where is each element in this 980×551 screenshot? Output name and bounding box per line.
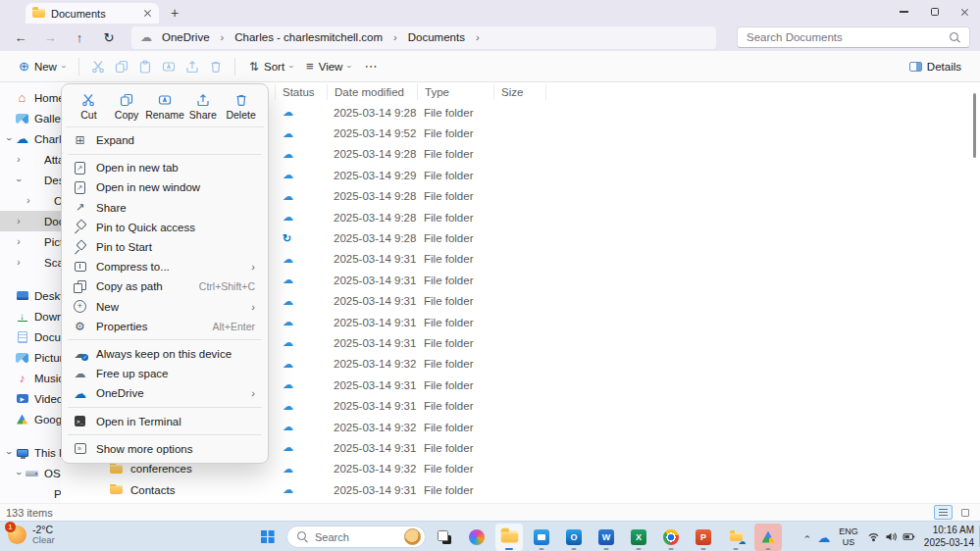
sidebar-item[interactable]: PerfLogs xyxy=(0,483,61,503)
sidebar-item[interactable]: This PC xyxy=(0,442,61,463)
sidebar-item[interactable]: Pictures xyxy=(0,347,61,368)
large-icons-view-toggle[interactable] xyxy=(955,505,974,520)
google-drive-button[interactable] xyxy=(754,524,782,551)
sidebar-item[interactable]: Ope xyxy=(0,190,61,211)
powerpoint-button[interactable]: P xyxy=(690,524,717,551)
column-header-status[interactable]: Status xyxy=(275,84,327,100)
start-button[interactable] xyxy=(254,524,282,551)
copilot-button[interactable] xyxy=(463,524,490,551)
file-name-cell[interactable]: conferences xyxy=(61,463,275,475)
chevron-icon[interactable] xyxy=(24,196,33,206)
cut-button[interactable] xyxy=(86,55,110,78)
breadcrumb-item[interactable]: Charles - charlesmitchell.com xyxy=(232,31,406,43)
up-button[interactable] xyxy=(67,26,92,48)
view-button[interactable]: View xyxy=(299,55,357,77)
breadcrumb[interactable]: OneDrive Charles - charlesmitchell.com D… xyxy=(131,26,716,49)
copy-quick-action[interactable]: Copy xyxy=(108,91,146,123)
share-quick-action[interactable]: Share xyxy=(184,91,223,123)
breadcrumb-label[interactable]: Charles - charlesmitchell.com xyxy=(232,31,385,43)
quick-settings[interactable] xyxy=(867,531,915,542)
menu-item[interactable]: Copy as path Ctrl+Shift+C xyxy=(66,276,264,296)
menu-item[interactable] xyxy=(66,150,264,158)
paste-button[interactable] xyxy=(133,55,157,78)
sidebar-item[interactable]: OS (C:) xyxy=(0,463,61,483)
menu-item[interactable]: OneDrive xyxy=(66,383,264,403)
language-indicator[interactable]: ENG US xyxy=(839,526,858,548)
close-button[interactable] xyxy=(950,0,980,24)
hidden-icons-chevron[interactable] xyxy=(801,535,812,538)
tab-close-icon[interactable] xyxy=(143,9,152,18)
excel-button[interactable]: X xyxy=(625,524,652,551)
onedrive-folder-button[interactable] xyxy=(722,524,749,551)
menu-item[interactable]: Expand xyxy=(66,130,264,150)
rename-button[interactable] xyxy=(157,55,181,78)
menu-item[interactable] xyxy=(66,431,264,439)
chrome-button[interactable] xyxy=(657,524,685,551)
copy-button[interactable] xyxy=(110,55,133,78)
microsoft-store-button[interactable] xyxy=(528,524,555,551)
menu-item[interactable]: Open in new window xyxy=(66,177,264,197)
menu-item[interactable] xyxy=(66,403,264,411)
menu-item[interactable] xyxy=(66,336,264,344)
sidebar-item[interactable]: Deskt xyxy=(0,170,61,190)
breadcrumb-item[interactable]: Documents xyxy=(406,31,489,43)
menu-item[interactable]: Always keep on this device xyxy=(66,344,264,364)
menu-item[interactable]: Free up space xyxy=(66,364,264,383)
chevron-icon[interactable] xyxy=(14,155,24,165)
menu-item[interactable]: Share xyxy=(66,198,264,218)
sidebar-item[interactable]: Google xyxy=(0,409,61,429)
task-view-button[interactable] xyxy=(431,524,458,551)
column-header-size[interactable]: Size xyxy=(493,84,545,100)
onedrive-tray-icon[interactable] xyxy=(817,528,830,546)
cut-quick-action[interactable]: Cut xyxy=(70,91,108,123)
chevron-icon[interactable] xyxy=(14,175,24,185)
column-header-type[interactable]: Type xyxy=(417,84,493,100)
chevron-icon[interactable] xyxy=(14,469,24,478)
new-tab-button[interactable] xyxy=(167,5,182,21)
menu-item[interactable]: Pin to Quick access xyxy=(66,218,264,237)
sidebar-item[interactable]: Attach xyxy=(0,149,61,170)
tab-documents[interactable]: Documents xyxy=(26,3,159,24)
menu-item[interactable]: Compress to... xyxy=(66,257,264,276)
new-button[interactable]: New xyxy=(12,55,72,77)
sidebar-item[interactable] xyxy=(0,273,61,285)
outlook-button[interactable]: O xyxy=(560,524,588,551)
breadcrumb-label[interactable]: OneDrive xyxy=(160,31,212,43)
sidebar-item[interactable]: Music xyxy=(0,368,61,388)
breadcrumb-item[interactable]: OneDrive xyxy=(160,31,232,43)
breadcrumb-label[interactable]: Documents xyxy=(406,31,467,43)
menu-item[interactable]: Properties Alt+Enter xyxy=(66,317,264,336)
sidebar-item[interactable]: Downlo xyxy=(0,306,61,326)
chevron-icon[interactable] xyxy=(14,237,24,247)
taskbar-search[interactable]: Search xyxy=(286,526,426,548)
sidebar-item[interactable]: Pictur xyxy=(0,231,61,252)
sort-button[interactable]: Sort xyxy=(242,56,299,77)
file-explorer-button[interactable] xyxy=(495,524,523,551)
forward-button[interactable] xyxy=(37,26,63,48)
menu-item[interactable]: New xyxy=(66,297,264,317)
sidebar-item[interactable]: Docum xyxy=(0,326,61,347)
sidebar-item[interactable]: Scans xyxy=(0,252,61,273)
weather-widget[interactable]: 1 -2°C Clear xyxy=(8,524,55,546)
back-button[interactable] xyxy=(8,26,33,48)
sidebar-item[interactable]: Charles xyxy=(0,128,61,149)
rename-quick-action[interactable]: Rename xyxy=(146,91,184,123)
word-button[interactable]: W xyxy=(593,524,620,551)
sidebar-item[interactable]: Desktop xyxy=(0,285,61,306)
menu-item[interactable]: Pin to Start xyxy=(66,237,264,257)
chevron-icon[interactable] xyxy=(4,134,14,144)
search-documents-input[interactable]: Search Documents xyxy=(737,26,970,48)
more-options-button[interactable] xyxy=(357,55,384,77)
menu-item[interactable]: Show more options xyxy=(66,439,264,459)
column-header-date-modified[interactable]: Date modified xyxy=(327,84,417,100)
share-button[interactable] xyxy=(181,55,204,78)
refresh-button[interactable] xyxy=(96,26,122,48)
minimize-button[interactable] xyxy=(889,0,919,24)
delete-quick-action[interactable]: Delete xyxy=(222,91,260,123)
sidebar-item[interactable]: Videos xyxy=(0,388,61,409)
file-name-cell[interactable]: Contacts xyxy=(61,484,275,496)
vertical-scrollbar[interactable] xyxy=(973,93,976,158)
maximize-button[interactable] xyxy=(919,0,950,24)
sidebar-item[interactable]: Home xyxy=(0,87,61,108)
menu-item[interactable]: Open in new tab xyxy=(66,158,264,177)
